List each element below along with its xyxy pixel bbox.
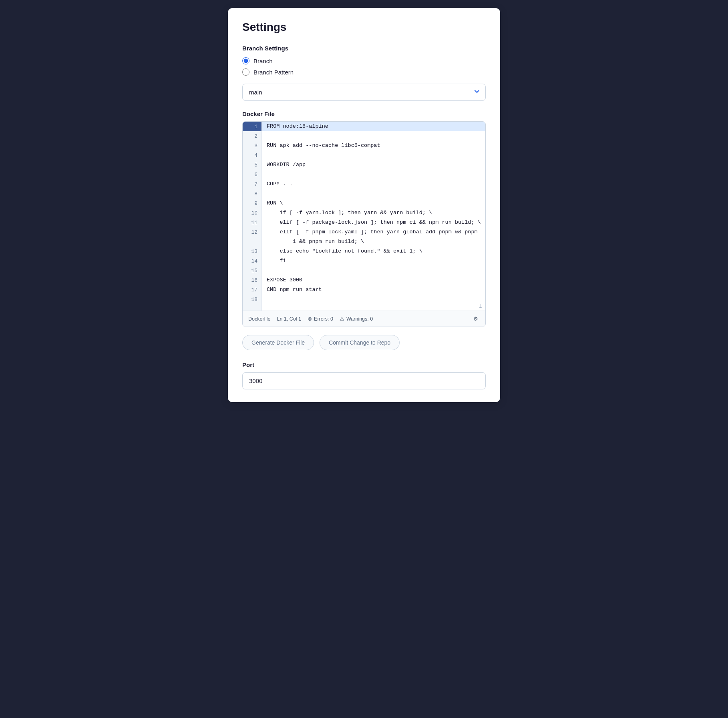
branch-pattern-radio[interactable] [242, 68, 249, 76]
code-line [262, 189, 485, 199]
code-content[interactable]: FROM node:18-alpine RUN apk add --no-cac… [262, 122, 485, 311]
branch-radio-label: Branch [253, 58, 273, 64]
branch-settings-radio-group: Branch Branch Pattern [242, 57, 486, 76]
line-number: 11 [243, 218, 261, 227]
port-input[interactable] [242, 372, 486, 389]
statusbar-position: Ln 1, Col 1 [277, 316, 301, 322]
error-icon: ⊗ [308, 316, 312, 322]
line-number: 7 [243, 179, 261, 189]
statusbar-filename: Dockerfile [248, 316, 271, 322]
line-number: 9 [243, 199, 261, 208]
code-line: CMD npm run start [262, 285, 485, 295]
line-number: 2 [243, 131, 261, 141]
settings-card: Settings Branch Settings Branch Branch P… [228, 8, 500, 402]
branch-select[interactable]: main develop staging [242, 84, 486, 101]
code-line: COPY . . [262, 179, 485, 189]
line-number: 10 [243, 208, 261, 218]
code-line: elif [ -f package-lock.json ]; then npm … [262, 218, 485, 227]
branch-pattern-radio-label: Branch Pattern [253, 69, 294, 76]
line-numbers: 1 2 3 4 5 6 7 8 9 10 11 12 12 13 14 15 1… [243, 122, 262, 311]
branch-radio-item[interactable]: Branch [242, 57, 486, 64]
resize-handle-icon[interactable]: ⟘ [479, 304, 484, 309]
gear-icon[interactable]: ⚙ [472, 314, 480, 323]
code-line [262, 170, 485, 179]
code-line: fi [262, 256, 485, 266]
line-number: 6 [243, 170, 261, 179]
docker-editor: 1 2 3 4 5 6 7 8 9 10 11 12 12 13 14 15 1… [242, 121, 486, 327]
line-number: 18 [243, 295, 261, 304]
line-number: 17 [243, 285, 261, 295]
generate-docker-file-button[interactable]: Generate Docker File [242, 335, 314, 350]
branch-select-wrapper: main develop staging [242, 84, 486, 101]
editor-body: 1 2 3 4 5 6 7 8 9 10 11 12 12 13 14 15 1… [243, 122, 485, 311]
code-line [262, 295, 485, 304]
code-line [262, 266, 485, 275]
line-number: 15 [243, 266, 261, 275]
code-line: elif [ -f pnpm-lock.yaml ]; then yarn gl… [262, 227, 485, 237]
statusbar-warnings-text: Warnings: 0 [346, 316, 373, 322]
code-line: WORKDIR /app [262, 160, 485, 170]
page-title: Settings [242, 21, 486, 34]
statusbar-errors: ⊗ Errors: 0 [308, 316, 333, 322]
line-number: 3 [243, 141, 261, 150]
line-number: 12 [243, 227, 261, 237]
line-number: 16 [243, 275, 261, 285]
line-number: 14 [243, 256, 261, 266]
code-line [262, 150, 485, 160]
code-line [262, 131, 485, 141]
port-label: Port [242, 361, 486, 368]
line-number: 8 [243, 189, 261, 199]
branch-settings-label: Branch Settings [242, 45, 486, 52]
code-line: RUN apk add --no-cache libc6-compat [262, 141, 485, 150]
code-line: FROM node:18-alpine [262, 122, 485, 131]
line-number: 4 [243, 150, 261, 160]
editor-statusbar: Dockerfile Ln 1, Col 1 ⊗ Errors: 0 ⚠ War… [243, 311, 485, 327]
statusbar-errors-text: Errors: 0 [314, 316, 333, 322]
statusbar-warnings: ⚠ Warnings: 0 [340, 316, 373, 322]
commit-change-button[interactable]: Commit Change to Repo [320, 335, 400, 350]
line-number: 5 [243, 160, 261, 170]
docker-file-label: Docker File [242, 110, 486, 117]
code-line: else echo "Lockfile not found." && exit … [262, 247, 485, 256]
branch-radio[interactable] [242, 57, 249, 64]
warning-icon: ⚠ [340, 316, 344, 322]
line-number: 1 [243, 122, 261, 131]
code-line: RUN \ [262, 199, 485, 208]
branch-pattern-radio-item[interactable]: Branch Pattern [242, 68, 486, 76]
code-line: i && pnpm run build; \ [262, 237, 485, 247]
action-buttons: Generate Docker File Commit Change to Re… [242, 335, 486, 350]
code-line: if [ -f yarn.lock ]; then yarn && yarn b… [262, 208, 485, 218]
code-line: EXPOSE 3000 [262, 275, 485, 285]
line-number: 13 [243, 247, 261, 256]
